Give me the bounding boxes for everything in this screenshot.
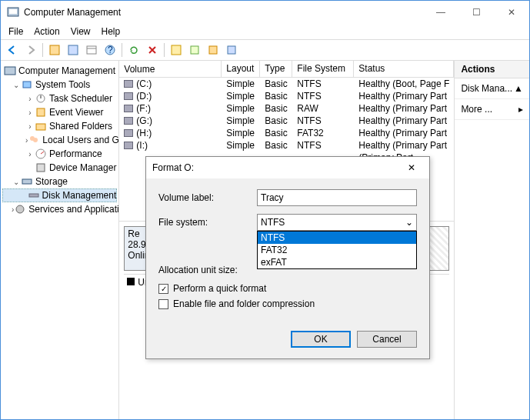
toolbar: ? bbox=[1, 39, 529, 61]
actions-panel: Actions Disk Mana...▲ More ...▸ bbox=[455, 61, 529, 419]
svg-rect-3 bbox=[68, 45, 78, 55]
titlebar: Computer Management — ☐ ✕ bbox=[1, 1, 529, 24]
header-layout[interactable]: Layout bbox=[222, 61, 260, 77]
compression-checkbox[interactable]: Enable file and folder compression bbox=[158, 298, 417, 309]
volume-icon bbox=[124, 92, 133, 100]
format-dialog: Format O: ✕ Volume label: File system: N… bbox=[145, 156, 430, 359]
toolbar-icon[interactable] bbox=[168, 42, 185, 58]
help-icon[interactable]: ? bbox=[102, 42, 118, 58]
window-title: Computer Management bbox=[24, 7, 423, 18]
volume-row[interactable]: (F:)SimpleBasicRAWHealthy (Primary Part bbox=[119, 102, 454, 115]
cancel-button[interactable]: Cancel bbox=[357, 331, 417, 348]
volume-icon bbox=[124, 80, 133, 88]
svg-point-25 bbox=[16, 205, 24, 213]
volume-row[interactable]: (G:)SimpleBasicNTFSHealthy (Primary Part bbox=[119, 115, 454, 127]
volume-row[interactable]: (I:)SimpleBasicNTFSHealthy (Primary Part bbox=[119, 139, 454, 152]
tree-storage[interactable]: ⌄Storage bbox=[2, 175, 117, 188]
chevron-right-icon: ▸ bbox=[518, 104, 523, 115]
svg-rect-24 bbox=[29, 194, 38, 197]
toolbar-icon[interactable] bbox=[186, 42, 203, 58]
actions-disk-mgmt[interactable]: Disk Mana...▲ bbox=[455, 78, 529, 99]
volume-label-label: Volume label: bbox=[158, 192, 257, 203]
allocation-label: Allocation unit size: bbox=[158, 265, 257, 275]
actions-more[interactable]: More ...▸ bbox=[455, 99, 529, 120]
header-type[interactable]: Type bbox=[260, 61, 292, 77]
tree-device-manager[interactable]: Device Manager bbox=[2, 161, 117, 175]
svg-rect-12 bbox=[5, 67, 15, 75]
toolbar-icon[interactable] bbox=[65, 42, 82, 58]
svg-rect-23 bbox=[22, 179, 32, 184]
menu-help[interactable]: Help bbox=[102, 26, 121, 37]
svg-rect-8 bbox=[172, 45, 181, 55]
header-filesystem[interactable]: File System bbox=[292, 61, 354, 77]
combo-option-exfat[interactable]: exFAT bbox=[258, 256, 416, 268]
checkbox-checked-icon: ✓ bbox=[158, 284, 168, 294]
svg-rect-2 bbox=[50, 45, 59, 55]
svg-rect-17 bbox=[36, 124, 45, 130]
menu-action[interactable]: Action bbox=[34, 26, 59, 37]
tree-local-users[interactable]: ›Local Users and Gro bbox=[2, 133, 117, 147]
tree-systools[interactable]: ⌄System Tools bbox=[2, 78, 117, 92]
dialog-close-button[interactable]: ✕ bbox=[400, 162, 423, 173]
checkbox-unchecked-icon bbox=[158, 299, 168, 309]
menu-view[interactable]: View bbox=[71, 26, 91, 37]
filesystem-combo[interactable]: NTFS⌄ NTFS FAT32 exFAT bbox=[257, 214, 417, 231]
menu-file[interactable]: File bbox=[8, 26, 23, 37]
tree-shared-folders[interactable]: ›Shared Folders bbox=[2, 119, 117, 133]
svg-text:?: ? bbox=[108, 45, 113, 55]
tree-task-scheduler[interactable]: ›Task Scheduler bbox=[2, 92, 117, 105]
volume-row[interactable]: (D:)SimpleBasicNTFSHealthy (Primary Part bbox=[119, 90, 454, 102]
volume-row[interactable]: (C:)SimpleBasicNTFSHealthy (Boot, Page F bbox=[119, 78, 454, 90]
close-button[interactable]: ✕ bbox=[494, 1, 529, 24]
volume-icon bbox=[124, 117, 133, 125]
toolbar-icon[interactable] bbox=[223, 42, 240, 58]
delete-icon[interactable] bbox=[144, 42, 161, 58]
filesystem-label: File system: bbox=[158, 217, 257, 228]
svg-rect-9 bbox=[191, 46, 198, 54]
combo-option-fat32[interactable]: FAT32 bbox=[258, 244, 416, 256]
combo-option-ntfs[interactable]: NTFS bbox=[258, 232, 416, 244]
volume-icon bbox=[124, 129, 133, 137]
forward-button[interactable] bbox=[22, 42, 39, 58]
toolbar-icon[interactable] bbox=[205, 42, 222, 58]
tree-disk-management[interactable]: Disk Management bbox=[2, 188, 117, 202]
svg-rect-10 bbox=[209, 46, 217, 54]
ok-button[interactable]: OK bbox=[291, 331, 351, 348]
maximize-button[interactable]: ☐ bbox=[458, 1, 494, 24]
svg-rect-1 bbox=[9, 9, 17, 14]
chevron-down-icon: ⌄ bbox=[405, 217, 413, 228]
list-header: Volume Layout Type File System Status bbox=[119, 61, 454, 78]
tree-performance[interactable]: ›Performance bbox=[2, 147, 117, 161]
volume-label-input[interactable] bbox=[257, 189, 417, 206]
quick-format-checkbox[interactable]: ✓ Perform a quick format bbox=[158, 283, 417, 294]
app-icon bbox=[7, 6, 19, 18]
svg-point-19 bbox=[33, 138, 38, 142]
back-button[interactable] bbox=[4, 42, 21, 58]
volume-row[interactable]: (H:)SimpleBasicFAT32Healthy (Primary Par… bbox=[119, 127, 454, 139]
svg-rect-13 bbox=[23, 82, 31, 88]
menubar: File Action View Help bbox=[1, 24, 529, 39]
svg-rect-11 bbox=[228, 46, 235, 54]
tree-root[interactable]: Computer Management (L bbox=[2, 64, 117, 78]
dialog-title: Format O: bbox=[152, 162, 400, 173]
svg-rect-22 bbox=[37, 164, 45, 172]
filesystem-dropdown: NTFS FAT32 exFAT bbox=[257, 231, 417, 269]
toolbar-icon[interactable] bbox=[83, 42, 100, 58]
tree-event-viewer[interactable]: ›Event Viewer bbox=[2, 105, 117, 119]
svg-rect-4 bbox=[87, 46, 96, 54]
refresh-icon[interactable] bbox=[125, 42, 142, 58]
collapse-icon: ▲ bbox=[514, 83, 523, 94]
toolbar-icon[interactable] bbox=[46, 42, 63, 58]
actions-header: Actions bbox=[455, 61, 529, 78]
volume-icon bbox=[124, 142, 133, 149]
header-volume[interactable]: Volume bbox=[119, 61, 222, 77]
volume-icon bbox=[124, 105, 133, 112]
tree-services[interactable]: ›Services and Applicatio bbox=[2, 202, 117, 216]
minimize-button[interactable]: — bbox=[423, 1, 458, 24]
header-status[interactable]: Status bbox=[354, 61, 454, 77]
tree-panel: Computer Management (L ⌄System Tools ›Ta… bbox=[1, 61, 119, 419]
svg-rect-16 bbox=[37, 108, 45, 116]
dialog-titlebar[interactable]: Format O: ✕ bbox=[146, 157, 429, 178]
